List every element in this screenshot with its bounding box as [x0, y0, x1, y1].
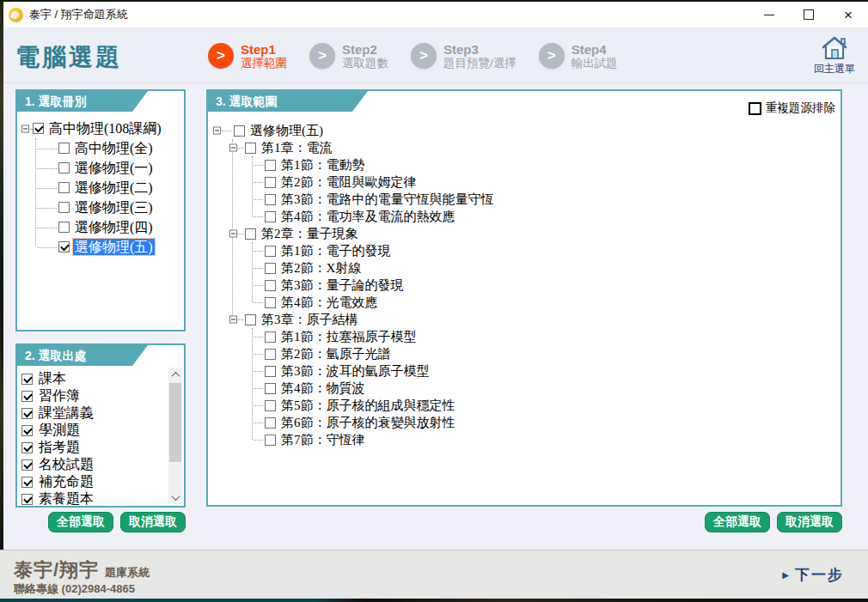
tree-checkbox[interactable]	[265, 400, 276, 411]
source-select-all-button[interactable]: 全部選取	[48, 512, 113, 532]
list-item[interactable]: 習作簿	[21, 387, 167, 404]
tree-row[interactable]: 第1節：電子的發現	[253, 242, 839, 259]
source-checkbox[interactable]	[21, 459, 33, 471]
tree-checkbox[interactable]	[265, 194, 276, 205]
tree-label[interactable]: 第5節：原子核的組成與穩定性	[279, 398, 457, 413]
list-item[interactable]: 指考題	[21, 439, 167, 456]
tree-checkbox[interactable]	[245, 314, 256, 325]
tree-checkbox[interactable]	[58, 241, 70, 252]
tree-row[interactable]: 選修物理(一)	[36, 158, 182, 178]
tree-label[interactable]: 選修物理(五)	[248, 123, 325, 138]
tree-row[interactable]: 第1節：拉塞福原子模型	[253, 328, 839, 345]
next-step-button[interactable]: ▶ 下一步	[782, 565, 844, 585]
tree-checkbox[interactable]	[58, 182, 70, 193]
tree-label[interactable]: 第1節：電動勢	[279, 157, 367, 173]
tree-row[interactable]: 第2節：氫原子光譜	[253, 345, 839, 362]
home-button[interactable]: 回主選單	[810, 35, 859, 76]
tree-label[interactable]: 第2節：氫原子光譜	[279, 346, 393, 362]
tree-label[interactable]: 第4節：電功率及電流的熱效應	[279, 209, 457, 224]
source-checkbox[interactable]	[21, 494, 33, 505]
tree-label[interactable]: 第4節：物質波	[279, 380, 367, 396]
step-item[interactable]: >Step1選擇範圍	[208, 42, 287, 70]
tree-checkbox[interactable]	[33, 123, 44, 134]
tree-checkbox[interactable]	[265, 263, 276, 274]
collapse-expander-icon[interactable]	[229, 144, 237, 152]
tree-checkbox[interactable]	[265, 331, 276, 343]
list-item[interactable]: 課堂講義	[21, 404, 167, 422]
tree-row[interactable]: 第2章：量子現象	[233, 225, 839, 242]
tree-row[interactable]: 第5節：原子核的組成與穩定性	[253, 397, 839, 414]
tree-row[interactable]: 第3節：量子論的發現	[253, 277, 839, 294]
step-item[interactable]: >Step2選取題數	[309, 42, 388, 70]
tree-checkbox[interactable]	[58, 222, 70, 233]
step-item[interactable]: >Step3題目預覽/選擇	[411, 42, 517, 70]
tree-label[interactable]: 第2節：電阻與歐姆定律	[279, 174, 419, 190]
tree-label[interactable]: 選修物理(一)	[73, 160, 155, 176]
close-button[interactable]: ×	[828, 2, 868, 27]
source-deselect-button[interactable]: 取消選取	[120, 512, 186, 532]
tree-row[interactable]: 第2節：X射線	[253, 259, 839, 277]
tree-label[interactable]: 選修物理(四)	[73, 219, 155, 235]
tree-checkbox[interactable]	[265, 435, 276, 446]
range-select-all-button[interactable]: 全部選取	[705, 512, 770, 532]
tree-label[interactable]: 第2章：量子現象	[260, 226, 360, 241]
tree-row[interactable]: 選修物理(五)	[36, 237, 182, 257]
tree-row[interactable]: 高中物理(108課綱)	[21, 119, 182, 138]
list-item[interactable]: 名校試題	[21, 456, 167, 473]
maximize-button[interactable]	[789, 2, 828, 27]
tree-label[interactable]: 第6節：原子核的衰變與放射性	[279, 415, 457, 430]
tree-checkbox[interactable]	[58, 162, 70, 173]
tree-checkbox[interactable]	[265, 383, 276, 394]
tree-label[interactable]: 第3節：量子論的發現	[279, 277, 406, 293]
tree-checkbox[interactable]	[245, 228, 256, 240]
tree-checkbox[interactable]	[265, 349, 276, 360]
tree-checkbox[interactable]	[234, 125, 245, 137]
collapse-expander-icon[interactable]	[229, 316, 237, 324]
tree-label[interactable]: 高中物理(全)	[73, 140, 155, 156]
range-deselect-button[interactable]: 取消選取	[777, 512, 842, 532]
tree-label[interactable]: 選修物理(二)	[73, 179, 155, 196]
tree-checkbox[interactable]	[265, 366, 276, 377]
tree-row[interactable]: 選修物理(四)	[36, 217, 182, 237]
source-checkbox[interactable]	[21, 477, 33, 488]
list-item[interactable]: 補充命題	[21, 473, 167, 490]
collapse-expander-icon[interactable]	[213, 127, 221, 135]
tree-row[interactable]: 第7節：守恆律	[253, 431, 839, 448]
tree-label[interactable]: 第3章：原子結構	[260, 312, 360, 327]
tree-label[interactable]: 第1節：電子的發現	[279, 243, 393, 258]
tree-label[interactable]: 第7節：守恆律	[279, 432, 367, 447]
source-checkbox[interactable]	[21, 442, 33, 453]
tree-checkbox[interactable]	[265, 177, 276, 188]
tree-row[interactable]: 第6節：原子核的衰變與放射性	[253, 414, 839, 431]
scroll-down-icon[interactable]	[168, 490, 182, 504]
tree-row[interactable]: 第3節：電路中的電量守恆與能量守恆	[253, 191, 839, 208]
tree-label[interactable]: 第3節：電路中的電量守恆與能量守恆	[279, 192, 496, 207]
tree-checkbox[interactable]	[265, 211, 276, 222]
tree-checkbox[interactable]	[265, 280, 276, 291]
scrollbar[interactable]	[168, 368, 182, 504]
step-item[interactable]: >Step4輸出試題	[539, 42, 618, 70]
tree-checkbox[interactable]	[265, 297, 276, 308]
tree-row[interactable]: 第3章：原子結構	[233, 311, 839, 328]
list-item[interactable]: 課本	[21, 370, 167, 387]
tree-label[interactable]: 選修物理(五)	[73, 239, 155, 255]
tree-checkbox[interactable]	[265, 160, 276, 171]
source-checkbox[interactable]	[21, 391, 33, 402]
tree-label[interactable]: 第2節：X射線	[279, 260, 363, 276]
tree-row[interactable]: 選修物理(五)	[213, 122, 839, 139]
tree-label[interactable]: 第4節：光電效應	[279, 295, 380, 310]
list-item[interactable]: 素養題本	[21, 490, 167, 506]
tree-checkbox[interactable]	[58, 202, 70, 213]
minimize-button[interactable]	[749, 2, 789, 27]
list-item[interactable]: 學測題	[21, 422, 167, 439]
tree-row[interactable]: 第1節：電動勢	[253, 156, 839, 173]
source-checkbox[interactable]	[21, 374, 33, 385]
tree-row[interactable]: 高中物理(全)	[36, 138, 182, 158]
tree-checkbox[interactable]	[245, 143, 256, 154]
scroll-up-icon[interactable]	[168, 368, 182, 381]
tree-label[interactable]: 高中物理(108課綱)	[47, 120, 163, 137]
tree-label[interactable]: 第1章：電流	[260, 140, 334, 155]
tree-row[interactable]: 選修物理(三)	[36, 198, 182, 217]
tree-label[interactable]: 選修物理(三)	[73, 199, 155, 216]
tree-checkbox[interactable]	[265, 417, 276, 429]
